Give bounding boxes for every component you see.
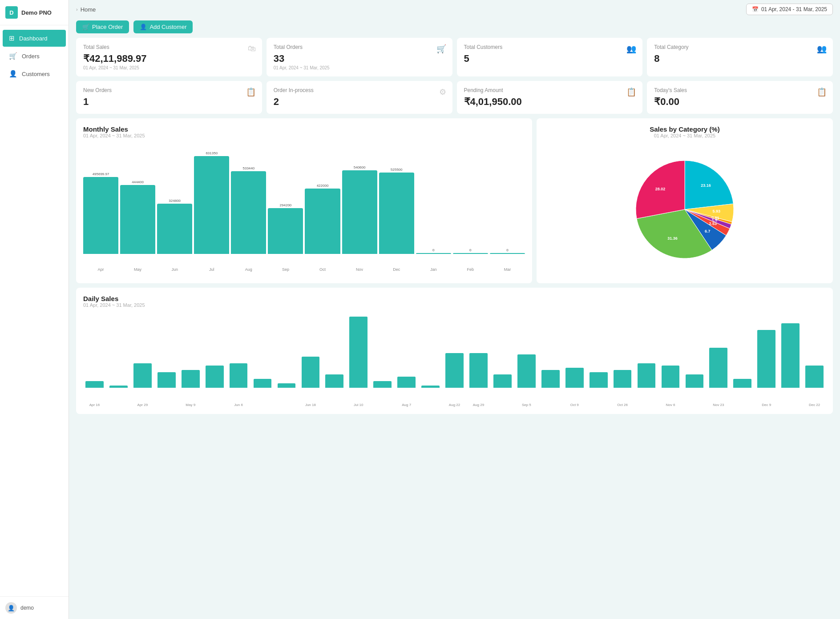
sidebar-footer: 👤 demo: [0, 596, 69, 619]
bar: [305, 189, 340, 254]
card-new-orders: New Orders 1 📋: [76, 81, 262, 114]
card-title: Total Orders: [274, 44, 445, 50]
monthly-sales-title: Monthly Sales: [83, 125, 525, 133]
pie-label: 6.7: [705, 229, 711, 233]
place-order-icon: 🛒: [82, 24, 89, 30]
daily-bar: [325, 374, 343, 388]
bar-group: 0: [490, 248, 525, 254]
add-customer-icon: 👤: [140, 24, 147, 30]
daily-bar: [662, 366, 680, 388]
daily-bar-group: [179, 370, 202, 388]
add-customer-button[interactable]: 👤 Add Customer: [133, 20, 193, 33]
place-order-label: Place Order: [92, 24, 123, 30]
bar-value-label: 533440: [243, 166, 255, 170]
daily-bar: [517, 354, 536, 388]
daily-bar-group: [563, 368, 586, 388]
daily-bar-group: [731, 379, 754, 388]
user-avatar: 👤: [5, 602, 17, 614]
daily-bar-group: [467, 353, 490, 388]
daily-sales-title: Daily Sales: [83, 295, 826, 302]
bar-label: Oct: [305, 267, 340, 272]
daily-bar-label: [419, 403, 442, 407]
logo-avatar: D: [5, 6, 18, 19]
daily-bar: [397, 377, 416, 388]
category-chart-sub: 01 Apr, 2024 ~ 31 Mar, 2025: [544, 133, 826, 138]
card-sub: 01 Apr, 2024 ~ 31 Mar, 2025: [274, 65, 445, 70]
pie-chart-container: 23.165.930.811.52.536.731.3628.02: [544, 143, 826, 276]
daily-bar-label: May 9: [179, 403, 202, 407]
card-icon: 👥: [626, 44, 636, 54]
sidebar-label-customers: Customers: [22, 71, 50, 77]
card-value: ₹0.00: [654, 96, 826, 108]
daily-bar-group: [803, 366, 826, 388]
bar-value-label: 294200: [280, 203, 292, 207]
card-value: 1: [83, 96, 255, 108]
daily-bar-group: [659, 366, 682, 388]
daily-bar-label: [539, 403, 562, 407]
card-title: Pending Amount: [464, 87, 636, 93]
daily-bar-label: [251, 403, 274, 407]
card-value: 5: [464, 53, 636, 64]
daily-bar-label: Dec 22: [803, 403, 826, 407]
bar: [120, 185, 155, 254]
daily-sales-sub: 01 Apr, 2024 ~ 31 Mar, 2025: [83, 302, 826, 308]
bar-group: 0: [416, 248, 451, 254]
card-order-inprocess: Order In-process 2 ⚙: [267, 81, 452, 114]
monthly-sales-chart: Monthly Sales 01 Apr, 2024 ~ 31 Mar, 202…: [76, 118, 532, 283]
daily-bar-label: Aug 29: [467, 403, 490, 407]
sidebar-item-orders[interactable]: 🛒 Orders: [3, 48, 66, 64]
bar-label: Nov: [342, 267, 377, 272]
sidebar-nav: ⊞ Dashboard 🛒 Orders 👤 Customers: [0, 25, 69, 87]
daily-bar: [373, 381, 392, 388]
daily-bar-label: [107, 403, 130, 407]
stats-row-1: Total Sales ₹42,11,989.97 01 Apr, 2024 ~…: [69, 38, 840, 81]
bar-value-label: 631350: [206, 151, 218, 155]
bar-group: 495699.97: [83, 172, 118, 254]
daily-bar: [709, 348, 727, 388]
bar-group: 533440: [231, 166, 266, 254]
place-order-button[interactable]: 🛒 Place Order: [76, 20, 129, 33]
bar-value-label: 422000: [317, 184, 329, 188]
breadcrumb: › Home: [76, 6, 96, 13]
daily-bar: [206, 366, 224, 388]
card-title: New Orders: [83, 87, 255, 93]
daily-bar-label: Jun 6: [227, 403, 250, 407]
bar-label: Dec: [379, 267, 414, 272]
daily-bar: [638, 363, 656, 388]
category-chart-title: Sales by Category (%): [544, 125, 826, 133]
daily-bar-group: [227, 363, 250, 388]
bar: [490, 253, 525, 254]
daily-bar-label: Aug 22: [443, 403, 466, 407]
sidebar-item-dashboard[interactable]: ⊞ Dashboard: [3, 30, 66, 47]
daily-bar-label: [275, 403, 298, 407]
bar-value-label: 444400: [132, 180, 144, 184]
breadcrumb-arrow-icon: ›: [76, 7, 78, 12]
card-icon: 📋: [246, 87, 256, 97]
breadcrumb-home: Home: [81, 6, 96, 13]
sidebar-logo: D Demo PNO: [0, 0, 69, 25]
card-total-orders: Total Orders 33 01 Apr, 2024 ~ 31 Mar, 2…: [267, 38, 452, 76]
date-range-button[interactable]: 📅 01 Apr, 2024 - 31 Mar, 2025: [746, 4, 833, 15]
daily-bar-label: [371, 403, 394, 407]
daily-bar-label: [779, 403, 802, 407]
daily-bar-group: [587, 372, 610, 388]
sidebar-item-customers[interactable]: 👤 Customers: [3, 65, 66, 82]
app-name: Demo PNO: [21, 9, 52, 16]
bar: [379, 173, 414, 254]
bar-label: Jan: [416, 267, 451, 272]
daily-bar-group: [83, 381, 106, 388]
daily-bar: [182, 370, 200, 388]
daily-bar-label: [731, 403, 754, 407]
daily-bar-group: [635, 363, 658, 388]
daily-bar-label: Nov 6: [659, 403, 682, 407]
bar-label: Feb: [453, 267, 488, 272]
card-value: 8: [654, 53, 826, 64]
daily-bar-label: [203, 403, 226, 407]
charts-row: Monthly Sales 01 Apr, 2024 ~ 31 Mar, 202…: [69, 118, 840, 288]
daily-bar: [590, 372, 608, 388]
pie-label: 31.36: [667, 236, 678, 241]
action-bar: 🛒 Place Order 👤 Add Customer: [69, 19, 840, 38]
monthly-sales-sub: 01 Apr, 2024 ~ 31 Mar, 2025: [83, 133, 525, 138]
daily-bar-label: [635, 403, 658, 407]
daily-bar: [445, 353, 464, 388]
